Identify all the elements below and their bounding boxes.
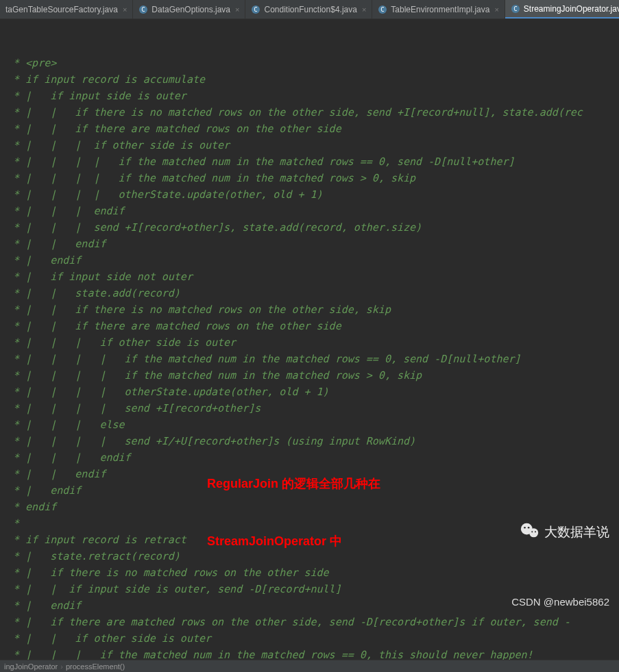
class-icon: C — [138, 5, 148, 14]
svg-text:C: C — [254, 6, 258, 13]
annotation-line-1: RegularJoin 的逻辑全部几种在 — [207, 474, 380, 493]
code-line: * if input record is accumulate — [7, 71, 612, 88]
file-tab-label: ConditionFunction$4.java — [264, 5, 356, 14]
file-tab-2[interactable]: C ConditionFunction$4.java × — [245, 0, 372, 18]
code-line: * | | | | if the matched num in the matc… — [7, 367, 612, 384]
class-icon: C — [251, 5, 260, 14]
code-line: * | if input side not outer — [7, 269, 612, 285]
code-line: * | | | else — [7, 416, 612, 433]
file-tab-4[interactable]: C StreamingJoinOperator.java × — [505, 0, 619, 18]
code-line: * | | | | if the matched num in the matc… — [7, 153, 612, 170]
chevron-right-icon: › — [60, 662, 63, 671]
watermark-title: 大数据羊说 — [544, 524, 609, 540]
code-line: * | | if there is no matched rows on the… — [7, 104, 612, 121]
code-line: * | | | endif — [7, 203, 612, 219]
watermark-author: CSDN @newbei5862 — [491, 594, 609, 610]
code-line: * | | if there are matched rows on the o… — [7, 318, 612, 334]
svg-point-13 — [535, 531, 536, 532]
code-line: * | | state.add(record) — [7, 285, 612, 301]
svg-point-9 — [529, 528, 538, 537]
code-line: * | | | send +I[record+other]s, state.ad… — [7, 219, 612, 236]
svg-point-11 — [528, 527, 530, 529]
close-icon[interactable]: × — [235, 5, 239, 14]
svg-point-10 — [524, 527, 526, 529]
code-line: * | | | if the matched num in the matche… — [7, 647, 612, 660]
file-tab-label: DataGenOptions.java — [151, 5, 230, 14]
breadcrumb-item[interactable]: processElement() — [66, 662, 125, 671]
breadcrumb-item[interactable]: ingJoinOperator — [4, 662, 58, 671]
code-line: * | | if there are matched rows on the o… — [7, 121, 612, 137]
code-line: * | | | if other side is outer — [7, 137, 612, 153]
code-line: * | | | | if the matched num in the matc… — [7, 351, 612, 367]
code-editor[interactable]: * <pre> * if input record is accumulate … — [0, 19, 619, 660]
code-line: * | endif — [7, 252, 612, 269]
class-icon: C — [378, 5, 387, 14]
class-icon: C — [511, 4, 520, 14]
code-line: * | | if there is no matched rows on the… — [7, 301, 612, 318]
code-line: * | | | | if the matched num in the matc… — [7, 170, 612, 186]
code-line: * | | | | send +I[record+other]s — [7, 400, 612, 416]
close-icon[interactable]: × — [123, 5, 127, 14]
file-tab-label: StreamingJoinOperator.java — [524, 4, 619, 14]
code-line: * | | | | otherState.update(other, old +… — [7, 384, 612, 400]
code-line: * <pre> — [7, 55, 612, 71]
file-tab-0[interactable]: taGenTableSourceFactory.java × — [0, 0, 133, 18]
close-icon[interactable]: × — [362, 5, 366, 14]
watermark: 大数据羊说 CSDN @newbei5862 — [491, 471, 609, 643]
svg-text:C: C — [381, 6, 385, 13]
svg-text:C: C — [513, 5, 517, 12]
file-tab-label: TableEnvironmentImpl.java — [391, 5, 489, 14]
tab-bar: taGenTableSourceFactory.java × C DataGen… — [0, 0, 619, 19]
annotation-line-2: StreamJoinOperator 中 — [207, 532, 380, 551]
close-icon[interactable]: × — [494, 5, 498, 14]
svg-text:C: C — [142, 6, 145, 13]
breadcrumb[interactable]: ingJoinOperator › processElement() — [0, 660, 619, 672]
wechat-icon — [491, 503, 540, 561]
file-tab-3[interactable]: C TableEnvironmentImpl.java × — [372, 0, 505, 18]
annotation-overlay: RegularJoin 的逻辑全部几种在 StreamJoinOperator … — [207, 436, 380, 589]
code-line: * | | | if other side is outer — [7, 334, 612, 351]
file-tab-1[interactable]: C DataGenOptions.java × — [133, 0, 245, 18]
svg-point-12 — [531, 531, 533, 532]
file-tab-label: taGenTableSourceFactory.java — [5, 5, 118, 14]
code-line: * | if input side is outer — [7, 88, 612, 104]
code-line: * | | | | otherState.update(other, old +… — [7, 186, 612, 203]
code-line: * | | endif — [7, 236, 612, 252]
